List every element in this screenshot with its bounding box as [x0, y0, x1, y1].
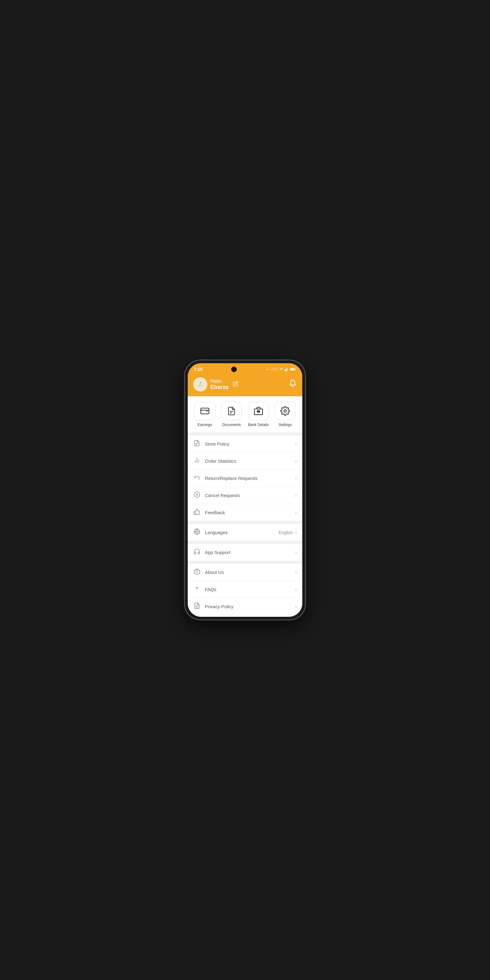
- svg-point-16: [284, 410, 286, 412]
- wallet-icon: [200, 406, 210, 416]
- settings-icon-box: [275, 402, 296, 420]
- about-us-label: About Us: [205, 570, 224, 575]
- document-icon: [227, 406, 236, 416]
- svg-rect-0: [285, 370, 285, 371]
- bank-icon: [254, 406, 263, 416]
- return-replace-label: Return/Replace Requests: [205, 476, 258, 481]
- menu-section-3: App Support ›: [188, 544, 302, 561]
- svg-text:EBARZA: EBARZA: [198, 385, 203, 386]
- privacy-policy-label: Privacy Policy: [205, 604, 233, 609]
- greeting-name: Ebarza: [210, 384, 229, 390]
- wifi-icon: [279, 368, 283, 371]
- faqs-icon: [193, 585, 200, 593]
- svg-rect-10: [200, 408, 209, 414]
- order-statistics-label: Order Statistics: [205, 458, 236, 464]
- app-header: 🛍 EBARZA Hello, Ebarza: [188, 374, 302, 396]
- menu-item-left: Store Policy: [193, 440, 229, 448]
- languages-chevron: ›: [295, 530, 297, 535]
- store-policy-icon: [193, 440, 200, 448]
- menu-item-terms-conditions[interactable]: Terms & Conditions ›: [188, 615, 302, 617]
- app-support-label: App Support: [205, 550, 230, 555]
- svg-text:🛍: 🛍: [200, 382, 201, 383]
- languages-icon: [193, 528, 200, 536]
- feedback-chevron: ›: [295, 510, 297, 515]
- store-policy-chevron: ›: [295, 441, 297, 447]
- return-replace-chevron: ›: [295, 476, 297, 481]
- store-policy-label: Store Policy: [205, 441, 229, 447]
- about-us-chevron: ›: [295, 570, 297, 575]
- phone-screen: 7:15 LTE1: [188, 363, 302, 617]
- status-icons: LTE1: [266, 368, 296, 371]
- settings-label: Settings: [279, 423, 292, 427]
- menu-section-2: Languages English ›: [188, 524, 302, 541]
- phone-frame: 7:15 LTE1: [185, 361, 305, 619]
- earnings-label: Earnings: [197, 423, 212, 427]
- privacy-policy-chevron: ›: [295, 604, 297, 609]
- menu-item-return-replace[interactable]: Return/Replace Requests ›: [188, 470, 302, 487]
- about-us-icon: [193, 568, 200, 576]
- faqs-label: FAQs: [205, 587, 216, 592]
- bank-details-icon-box: [248, 402, 269, 420]
- bluetooth-icon: [266, 368, 269, 371]
- cancel-requests-icon: [193, 491, 200, 500]
- greeting-hello: Hello,: [210, 379, 229, 384]
- menu-item-cancel-requests[interactable]: Cancel Requests ›: [188, 487, 302, 504]
- menu-item-about-us[interactable]: About Us ›: [188, 564, 302, 581]
- avatar: 🛍 EBARZA: [193, 377, 207, 391]
- status-bar: 7:15 LTE1: [188, 363, 302, 374]
- app-support-icon: [193, 548, 200, 557]
- feedback-icon: [193, 508, 200, 517]
- cancel-requests-label: Cancel Requests: [205, 493, 240, 498]
- signal-icon: LTE1: [270, 368, 278, 371]
- order-statistics-chevron: ›: [295, 458, 297, 464]
- documents-icon-box: [221, 402, 242, 420]
- scrollable-content[interactable]: Earnings Documents: [188, 396, 302, 617]
- quick-action-documents[interactable]: Documents: [221, 402, 242, 427]
- menu-item-app-support[interactable]: App Support ›: [188, 544, 302, 561]
- menu-item-feedback[interactable]: Feedback ›: [188, 504, 302, 521]
- menu-item-order-statistics[interactable]: Order Statistics ›: [188, 453, 302, 470]
- menu-item-languages[interactable]: Languages English ›: [188, 524, 302, 541]
- section-divider-2: [188, 521, 302, 524]
- menu-item-store-policy[interactable]: Store Policy ›: [188, 436, 302, 453]
- quick-action-settings[interactable]: Settings: [275, 402, 296, 427]
- avatar-logo: 🛍 EBARZA: [196, 380, 205, 388]
- section-divider-3: [188, 541, 302, 544]
- svg-rect-7: [196, 380, 205, 388]
- return-replace-icon: [193, 474, 200, 482]
- notification-bell-icon[interactable]: [289, 379, 297, 389]
- quick-action-earnings[interactable]: Earnings: [194, 402, 215, 427]
- section-divider-4: [188, 561, 302, 564]
- svg-rect-6: [291, 369, 294, 370]
- svg-rect-2: [286, 368, 287, 371]
- signal-bars-icon: [285, 368, 289, 371]
- bank-details-label: Bank Details: [248, 423, 269, 427]
- menu-item-faqs[interactable]: FAQs ›: [188, 581, 302, 598]
- edit-icon[interactable]: [233, 381, 238, 388]
- earnings-icon-box: [194, 402, 215, 420]
- svg-rect-5: [295, 369, 296, 370]
- svg-rect-13: [254, 409, 262, 415]
- menu-item-privacy-policy[interactable]: Privacy Policy ›: [188, 598, 302, 615]
- status-time: 7:15: [194, 367, 202, 372]
- store-policy-right: ›: [295, 441, 297, 447]
- menu-section-4: About Us › FAQs: [188, 564, 302, 617]
- privacy-policy-icon: [193, 602, 200, 611]
- languages-label: Languages: [205, 530, 228, 535]
- menu-section-1: Store Policy ›: [188, 436, 302, 521]
- battery-icon: [290, 368, 296, 371]
- languages-value: English: [279, 530, 293, 535]
- order-statistics-icon: [193, 457, 200, 465]
- greeting: Hello, Ebarza: [210, 379, 229, 390]
- settings-gear-icon: [280, 406, 290, 416]
- section-divider-1: [188, 433, 302, 436]
- svg-rect-1: [285, 369, 286, 371]
- faqs-chevron: ›: [295, 587, 297, 592]
- header-left: 🛍 EBARZA Hello, Ebarza: [193, 377, 238, 391]
- quick-actions: Earnings Documents: [188, 396, 302, 433]
- camera-notch: [231, 367, 237, 372]
- quick-action-bank-details[interactable]: Bank Details: [248, 402, 269, 427]
- documents-label: Documents: [222, 423, 241, 427]
- svg-rect-3: [287, 368, 288, 371]
- feedback-label: Feedback: [205, 510, 225, 515]
